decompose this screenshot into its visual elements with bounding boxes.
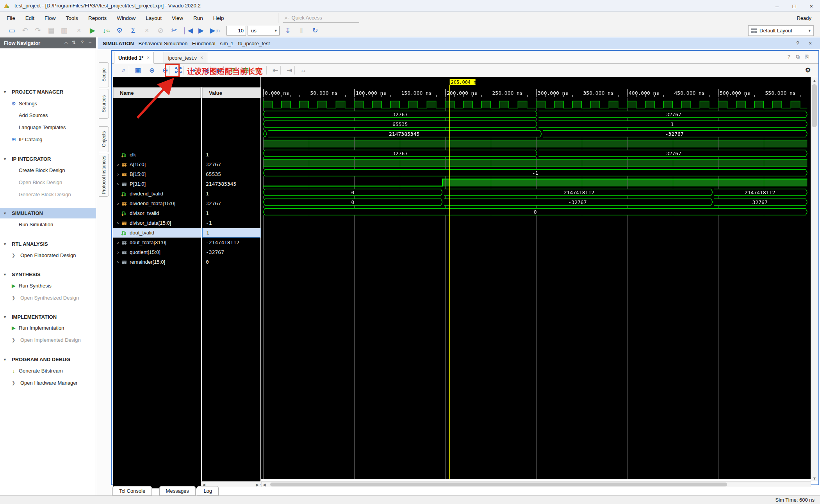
- minimize-button[interactable]: –: [768, 0, 786, 12]
- expand-icon[interactable]: >: [115, 182, 121, 186]
- run-all-icon[interactable]: ▶: [195, 24, 207, 37]
- expand-icon[interactable]: >: [115, 201, 121, 206]
- signal-name-divisor_tvalid[interactable]: divisor_tvalid: [113, 208, 201, 218]
- wave-tab-2[interactable]: ipcore_test.v×: [164, 52, 207, 64]
- signal-value-remainder[15:0][interactable]: 0: [202, 257, 260, 267]
- side-tab-sources[interactable]: Sources: [99, 89, 109, 119]
- signal-value-clk[interactable]: 1: [202, 150, 260, 160]
- signal-value-A[15:0][interactable]: 32767: [202, 160, 260, 169]
- edit-gray-icon[interactable]: ⊘: [154, 24, 167, 37]
- search-icon[interactable]: ⌕: [118, 64, 130, 76]
- signal-value-B[15:0][interactable]: 65535: [202, 169, 260, 179]
- flownav-rtl-analysis[interactable]: ▾RTL ANALYSIS: [0, 239, 96, 249]
- flownav-add-sources[interactable]: Add Sources: [0, 110, 96, 121]
- signal-value-divisor_tvalid[interactable]: 1: [202, 208, 260, 218]
- run-time-unit-select[interactable]: us ▾: [248, 26, 280, 35]
- expand-icon[interactable]: >: [115, 162, 121, 167]
- flownav-generate-block-design[interactable]: Generate Block Design: [0, 189, 96, 200]
- signal-name-dout_tvalid[interactable]: dout_tvalid: [113, 228, 201, 238]
- report-icon[interactable]: Σ: [127, 24, 139, 37]
- menu-edit[interactable]: Edit: [20, 12, 39, 24]
- flownav-open-implemented-design[interactable]: ❯Open Implemented Design: [0, 335, 96, 345]
- zoom-in-icon[interactable]: ⊕: [146, 64, 158, 76]
- signal-name-clk[interactable]: clk: [113, 150, 201, 160]
- name-column-header[interactable]: Name: [113, 87, 201, 98]
- flownav-run-synthesis[interactable]: ▶Run Synthesis: [0, 280, 96, 291]
- go-left-icon[interactable]: ⇤: [269, 64, 281, 76]
- flownav-generate-bitstream[interactable]: ↓Generate Bitstream: [0, 366, 96, 376]
- signal-value-P[31:0][interactable]: 2147385345: [202, 179, 260, 189]
- flownav-language-templates[interactable]: Language Templates: [0, 122, 96, 133]
- expand-icon[interactable]: >: [115, 172, 121, 177]
- expand-icon[interactable]: >: [115, 221, 121, 225]
- scroll-left-icon[interactable]: ◀: [263, 482, 266, 488]
- relaunch-icon[interactable]: ↻: [309, 24, 321, 37]
- delete-icon[interactable]: ×: [73, 24, 85, 37]
- signal-name-dividend_tdata[15:0][interactable]: >dividend_tdata[15:0]: [113, 199, 201, 208]
- close-tab-icon[interactable]: ×: [200, 55, 203, 60]
- step-icon[interactable]: ↧: [282, 24, 294, 37]
- signal-value-dout_tdata[31:0][interactable]: -2147418112: [202, 238, 260, 247]
- expand-all-icon[interactable]: ⇅: [72, 40, 76, 45]
- signal-name-B[15:0][interactable]: >B[15:0]: [113, 169, 201, 179]
- pause-icon[interactable]: ‖: [295, 24, 308, 37]
- signal-name-remainder[15:0][interactable]: >remainder[15:0]: [113, 257, 201, 267]
- cancel-gray-icon[interactable]: ×: [141, 24, 153, 37]
- minimize-panel-icon[interactable]: –: [89, 40, 91, 45]
- span-icon[interactable]: ↔: [298, 64, 309, 76]
- flownav-implementation[interactable]: ▾IMPLEMENTATION: [0, 312, 96, 322]
- menu-file[interactable]: File: [2, 12, 20, 24]
- expand-icon[interactable]: >: [115, 260, 121, 264]
- signal-name-dout_tdata[31:0][interactable]: >dout_tdata[31:0]: [113, 238, 201, 247]
- save-icon[interactable]: ▣: [132, 64, 144, 76]
- expand-icon[interactable]: >: [115, 240, 121, 245]
- value-column-header[interactable]: Value: [202, 87, 260, 98]
- unmark-icon[interactable]: ✂: [168, 24, 180, 37]
- collapse-all-icon[interactable]: ≍: [64, 40, 68, 45]
- waveform-canvas[interactable]: [261, 77, 811, 479]
- side-tab-objects[interactable]: Objects: [99, 126, 109, 152]
- flownav-settings[interactable]: ⚙Settings: [0, 98, 96, 109]
- help-icon[interactable]: ?: [788, 54, 790, 60]
- help-icon[interactable]: ?: [81, 40, 84, 45]
- side-tab-scope[interactable]: Scope: [99, 62, 109, 87]
- go-right-icon[interactable]: ⇥: [283, 64, 295, 76]
- signal-name-quotient[15:0][interactable]: >quotient[15:0]: [113, 247, 201, 257]
- expand-icon[interactable]: >: [115, 250, 121, 255]
- close-tab-icon[interactable]: ×: [147, 55, 150, 60]
- settings-icon[interactable]: ⚙: [113, 24, 126, 37]
- menu-layout[interactable]: Layout: [141, 12, 167, 24]
- scrollbar-thumb[interactable]: [812, 84, 817, 127]
- run-for-time-icon[interactable]: ▶(T): [209, 24, 221, 37]
- help-icon[interactable]: ?: [793, 37, 803, 49]
- run-time-input[interactable]: [226, 26, 246, 35]
- scroll-right-icon[interactable]: ▶: [256, 482, 259, 488]
- bottom-tab-tcl-console[interactable]: Tcl Console: [112, 486, 152, 496]
- scroll-down-icon[interactable]: ▼: [811, 475, 818, 481]
- flownav-ip-catalog[interactable]: ⊞IP Catalog: [0, 134, 96, 145]
- copy-icon[interactable]: ▤: [45, 24, 57, 37]
- flownav-open-elaborated-design[interactable]: ❯Open Elaborated Design: [0, 250, 96, 261]
- signal-value-dout_tvalid[interactable]: 1: [202, 228, 260, 238]
- flownav-open-synthesized-design[interactable]: ❯Open Synthesized Design: [0, 293, 96, 303]
- restart-sim-icon[interactable]: ❘◀: [181, 24, 194, 37]
- menu-window[interactable]: Window: [112, 12, 141, 24]
- menu-view[interactable]: View: [167, 12, 188, 24]
- flownav-project-manager[interactable]: ▾PROJECT MANAGER: [0, 87, 96, 97]
- layout-selector[interactable]: Default Layout ▾: [748, 25, 814, 36]
- redo-icon[interactable]: ↷: [32, 24, 44, 37]
- wave-horizontal-scrollbar[interactable]: ◀: [261, 481, 811, 487]
- signal-name-A[15:0][interactable]: >A[15:0]: [113, 160, 201, 169]
- flownav-program-and-debug[interactable]: ▾PROGRAM AND DEBUG: [0, 354, 96, 365]
- menu-tools[interactable]: Tools: [61, 12, 84, 24]
- flownav-create-block-design[interactable]: Create Block Design: [0, 165, 96, 176]
- quick-access-search[interactable]: ⌕- Quick Access: [283, 13, 359, 23]
- signal-name-divisor_tdata[15:0][interactable]: >divisor_tdata[15:0]: [113, 218, 201, 228]
- scroll-up-icon[interactable]: ▲: [811, 77, 818, 83]
- menu-flow[interactable]: Flow: [39, 12, 61, 24]
- flownav-synthesis[interactable]: ▾SYNTHESIS: [0, 269, 96, 280]
- bottom-tab-messages[interactable]: Messages: [159, 486, 196, 496]
- generate-bitstream-icon[interactable]: ↓01: [100, 24, 112, 37]
- signal-value-dividend_tvalid[interactable]: 1: [202, 189, 260, 199]
- maximize-button[interactable]: □: [786, 0, 803, 12]
